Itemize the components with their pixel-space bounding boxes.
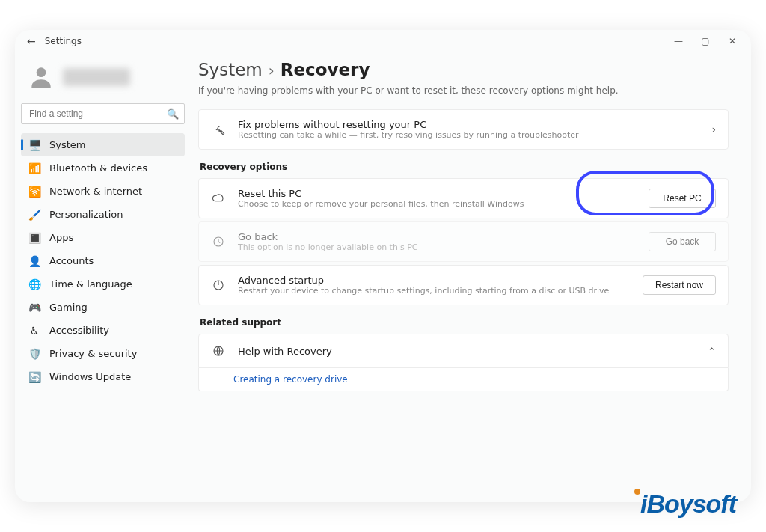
advanced-startup-card: Advanced startup Restart your device to … [198,265,729,305]
sidebar-item-accounts[interactable]: 👤Accounts [21,249,185,272]
sidebar-item-label: System [49,139,85,150]
help-recovery-card[interactable]: Help with Recovery ⌃ [198,334,729,368]
breadcrumb-parent[interactable]: System [198,60,263,79]
reset-pc-sub: Choose to keep or remove your personal f… [238,199,637,209]
globe-help-icon [211,343,226,358]
user-name-blurred [63,68,130,86]
sidebar-item-personalization[interactable]: 🖌️Personalization [21,203,185,226]
reset-pc-card: Reset this PC Choose to keep or remove y… [198,178,729,218]
recovery-options-label: Recovery options [200,162,729,172]
nav-icon: ♿ [28,325,40,337]
sidebar-item-label: Windows Update [49,371,131,382]
reset-pc-button[interactable]: Reset PC [649,189,716,208]
fix-problems-sub: Resetting can take a while — first, try … [238,130,699,140]
fix-problems-card[interactable]: Fix problems without resetting your PC R… [198,109,729,150]
wrench-icon [211,122,226,137]
chevron-right-icon: › [269,61,275,79]
settings-window: ← Settings — ▢ ✕ 🔍 🖥️System📶Bluetooth & … [15,30,751,502]
breadcrumb-current: Recovery [281,60,370,79]
sidebar-item-apps[interactable]: 🔳Apps [21,226,185,249]
sidebar-item-label: Network & internet [49,186,142,197]
sidebar-item-label: Apps [49,232,73,243]
power-settings-icon [211,278,226,293]
reset-pc-title: Reset this PC [238,188,637,199]
user-profile[interactable] [21,60,191,103]
nav-icon: 🎮 [28,302,40,314]
sidebar-item-bluetooth-devices[interactable]: 📶Bluetooth & devices [21,156,185,180]
sidebar-item-label: Privacy & security [49,348,137,359]
search-input[interactable] [21,103,185,124]
go-back-card: Go back This option is no longer availab… [198,221,729,262]
chevron-up-icon: ⌃ [708,346,716,357]
chevron-right-icon: › [711,123,716,135]
restart-now-button[interactable]: Restart now [643,275,716,295]
history-icon [211,234,226,249]
close-button[interactable]: ✕ [720,31,745,52]
search-icon: 🔍 [167,108,179,120]
sidebar: 🔍 🖥️System📶Bluetooth & devices🛜Network &… [15,52,191,502]
sidebar-item-network-internet[interactable]: 🛜Network & internet [21,180,185,203]
advanced-startup-title: Advanced startup [238,275,631,286]
related-support-label: Related support [200,317,729,328]
creating-recovery-drive-link[interactable]: Creating a recovery drive [198,368,729,391]
advanced-startup-sub: Restart your device to change startup se… [238,286,631,296]
sidebar-item-label: Time & language [49,278,132,290]
nav-icon: 🖥️ [28,139,40,151]
breadcrumb: System›Recovery [198,60,729,79]
sidebar-item-gaming[interactable]: 🎮Gaming [21,296,185,319]
nav-icon: 🛡️ [28,348,40,360]
avatar-icon [27,63,55,91]
sidebar-item-accessibility[interactable]: ♿Accessibility [21,319,185,342]
sidebar-item-label: Bluetooth & devices [49,162,147,174]
go-back-title: Go back [238,231,637,242]
sidebar-item-label: Gaming [49,302,88,313]
window-title: Settings [45,36,82,46]
nav-icon: 🛜 [28,186,40,198]
nav-icon: 📶 [28,162,40,174]
sidebar-item-time-language[interactable]: 🌐Time & language [21,272,185,296]
page-description: If you're having problems with your PC o… [198,85,729,96]
watermark: iBoysoft [634,489,736,519]
minimize-button[interactable]: — [666,31,691,52]
nav-list: 🖥️System📶Bluetooth & devices🛜Network & i… [21,133,191,388]
cloud-reset-icon [211,191,226,206]
sidebar-item-label: Accessibility [49,325,109,336]
sidebar-item-windows-update[interactable]: 🔄Windows Update [21,365,185,388]
go-back-button: Go back [649,232,716,251]
nav-icon: 🔳 [28,232,40,244]
fix-problems-title: Fix problems without resetting your PC [238,119,699,130]
back-button[interactable]: ← [27,35,36,47]
nav-icon: 🖌️ [28,209,40,221]
nav-icon: 🌐 [28,278,40,290]
sidebar-item-privacy-security[interactable]: 🛡️Privacy & security [21,342,185,365]
svg-point-0 [37,67,46,77]
sidebar-item-label: Accounts [49,255,94,266]
main-content: System›Recovery If you're having problem… [191,52,751,502]
maximize-button[interactable]: ▢ [693,31,718,52]
nav-icon: 🔄 [28,371,40,383]
sidebar-item-system[interactable]: 🖥️System [21,133,185,156]
sidebar-item-label: Personalization [49,209,123,220]
go-back-sub: This option is no longer available on th… [238,242,637,252]
help-recovery-title: Help with Recovery [238,346,696,357]
titlebar: ← Settings — ▢ ✕ [15,30,751,52]
nav-icon: 👤 [28,255,40,267]
